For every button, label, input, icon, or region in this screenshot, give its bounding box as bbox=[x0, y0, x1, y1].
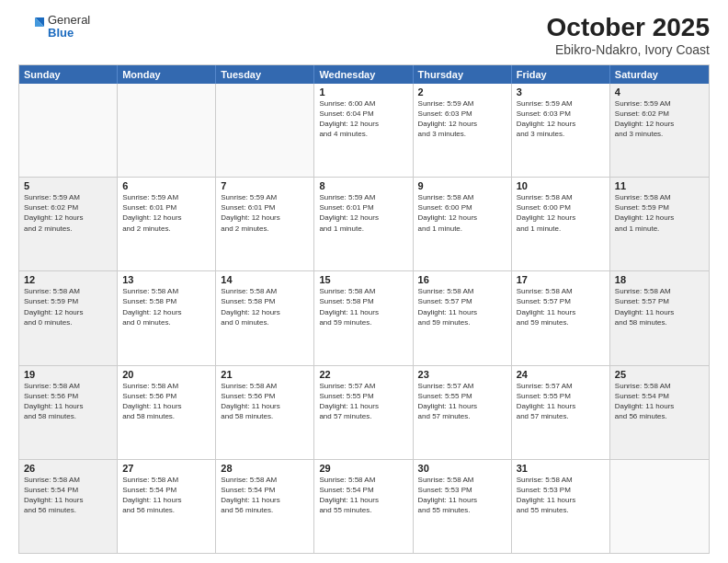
calendar-cell: 12Sunrise: 5:58 AM Sunset: 5:59 PM Dayli… bbox=[19, 271, 118, 364]
cell-info: Sunrise: 5:58 AM Sunset: 6:00 PM Dayligh… bbox=[517, 192, 605, 234]
logo-icon bbox=[18, 14, 44, 40]
calendar-cell: 29Sunrise: 5:58 AM Sunset: 5:54 PM Dayli… bbox=[314, 460, 413, 553]
logo-blue: Blue bbox=[48, 27, 90, 40]
calendar-cell: 26Sunrise: 5:58 AM Sunset: 5:54 PM Dayli… bbox=[19, 460, 118, 553]
calendar-cell: 24Sunrise: 5:57 AM Sunset: 5:55 PM Dayli… bbox=[512, 366, 610, 459]
day-number: 31 bbox=[517, 463, 605, 474]
cell-info: Sunrise: 5:58 AM Sunset: 5:54 PM Dayligh… bbox=[319, 475, 407, 516]
day-number: 13 bbox=[122, 274, 210, 285]
day-number: 12 bbox=[24, 274, 112, 285]
calendar-week-1: 1Sunrise: 6:00 AM Sunset: 6:04 PM Daylig… bbox=[19, 84, 709, 177]
header-day-saturday: Saturday bbox=[610, 65, 709, 84]
calendar-cell: 7Sunrise: 5:59 AM Sunset: 6:01 PM Daylig… bbox=[216, 178, 314, 270]
day-number: 18 bbox=[615, 274, 704, 285]
cell-info: Sunrise: 5:58 AM Sunset: 5:58 PM Dayligh… bbox=[319, 286, 407, 327]
title-block: October 2025 Ebikro-Ndakro, Ivory Coast bbox=[547, 14, 710, 57]
day-number: 9 bbox=[418, 180, 506, 191]
cell-info: Sunrise: 5:59 AM Sunset: 6:02 PM Dayligh… bbox=[615, 98, 704, 140]
logo: General Blue bbox=[18, 14, 90, 40]
calendar-cell: 11Sunrise: 5:58 AM Sunset: 5:59 PM Dayli… bbox=[610, 178, 709, 270]
header-day-tuesday: Tuesday bbox=[216, 65, 314, 84]
day-number: 7 bbox=[221, 180, 309, 191]
logo-text: General Blue bbox=[48, 14, 90, 40]
calendar-cell bbox=[118, 84, 216, 177]
day-number: 27 bbox=[122, 463, 210, 474]
day-number: 10 bbox=[517, 180, 605, 191]
day-number: 3 bbox=[517, 86, 605, 98]
calendar-week-3: 12Sunrise: 5:58 AM Sunset: 5:59 PM Dayli… bbox=[19, 270, 709, 364]
calendar-cell: 19Sunrise: 5:58 AM Sunset: 5:56 PM Dayli… bbox=[19, 366, 118, 459]
calendar-cell: 8Sunrise: 5:59 AM Sunset: 6:01 PM Daylig… bbox=[314, 178, 413, 270]
cell-info: Sunrise: 5:58 AM Sunset: 5:56 PM Dayligh… bbox=[221, 381, 309, 422]
calendar: SundayMondayTuesdayWednesdayThursdayFrid… bbox=[18, 64, 710, 554]
header-day-friday: Friday bbox=[512, 65, 610, 84]
calendar-cell: 1Sunrise: 6:00 AM Sunset: 6:04 PM Daylig… bbox=[314, 84, 413, 177]
header-day-monday: Monday bbox=[118, 65, 216, 84]
cell-info: Sunrise: 5:58 AM Sunset: 5:58 PM Dayligh… bbox=[122, 286, 210, 327]
calendar-cell: 2Sunrise: 5:59 AM Sunset: 6:03 PM Daylig… bbox=[414, 84, 512, 177]
cell-info: Sunrise: 5:58 AM Sunset: 5:57 PM Dayligh… bbox=[418, 286, 506, 327]
calendar-cell: 21Sunrise: 5:58 AM Sunset: 5:56 PM Dayli… bbox=[216, 366, 314, 459]
cell-info: Sunrise: 5:59 AM Sunset: 6:01 PM Dayligh… bbox=[122, 192, 210, 234]
day-number: 11 bbox=[615, 180, 704, 191]
header: General Blue October 2025 Ebikro-Ndakro,… bbox=[18, 14, 710, 57]
day-number: 30 bbox=[418, 463, 506, 474]
cell-info: Sunrise: 5:58 AM Sunset: 5:57 PM Dayligh… bbox=[517, 286, 605, 327]
day-number: 6 bbox=[122, 180, 210, 191]
calendar-cell: 20Sunrise: 5:58 AM Sunset: 5:56 PM Dayli… bbox=[118, 366, 216, 459]
header-day-thursday: Thursday bbox=[414, 65, 512, 84]
day-number: 17 bbox=[517, 274, 605, 285]
cell-info: Sunrise: 5:58 AM Sunset: 6:00 PM Dayligh… bbox=[418, 192, 506, 234]
calendar-cell: 18Sunrise: 5:58 AM Sunset: 5:57 PM Dayli… bbox=[610, 271, 709, 364]
day-number: 1 bbox=[319, 86, 407, 98]
calendar-cell: 16Sunrise: 5:58 AM Sunset: 5:57 PM Dayli… bbox=[414, 271, 512, 364]
day-number: 5 bbox=[24, 180, 112, 191]
day-number: 23 bbox=[418, 369, 506, 380]
cell-info: Sunrise: 5:58 AM Sunset: 5:56 PM Dayligh… bbox=[24, 381, 112, 422]
cell-info: Sunrise: 5:58 AM Sunset: 5:54 PM Dayligh… bbox=[221, 475, 309, 516]
day-number: 16 bbox=[418, 274, 506, 285]
calendar-cell: 4Sunrise: 5:59 AM Sunset: 6:02 PM Daylig… bbox=[610, 84, 709, 177]
calendar-cell: 10Sunrise: 5:58 AM Sunset: 6:00 PM Dayli… bbox=[512, 178, 610, 270]
day-number: 19 bbox=[24, 369, 112, 380]
day-number: 25 bbox=[615, 369, 704, 380]
day-number: 26 bbox=[24, 463, 112, 474]
calendar-week-5: 26Sunrise: 5:58 AM Sunset: 5:54 PM Dayli… bbox=[19, 459, 709, 553]
calendar-subtitle: Ebikro-Ndakro, Ivory Coast bbox=[547, 42, 710, 57]
calendar-cell bbox=[216, 84, 314, 177]
cell-info: Sunrise: 5:59 AM Sunset: 6:01 PM Dayligh… bbox=[319, 192, 407, 234]
cell-info: Sunrise: 5:58 AM Sunset: 5:54 PM Dayligh… bbox=[24, 475, 112, 516]
day-number: 29 bbox=[319, 463, 407, 474]
day-number: 24 bbox=[517, 369, 605, 380]
cell-info: Sunrise: 5:57 AM Sunset: 5:55 PM Dayligh… bbox=[319, 381, 407, 422]
header-day-sunday: Sunday bbox=[19, 65, 118, 84]
calendar-week-2: 5Sunrise: 5:59 AM Sunset: 6:02 PM Daylig… bbox=[19, 177, 709, 270]
calendar-body: 1Sunrise: 6:00 AM Sunset: 6:04 PM Daylig… bbox=[19, 84, 709, 553]
cell-info: Sunrise: 5:59 AM Sunset: 6:02 PM Dayligh… bbox=[24, 192, 112, 234]
day-number: 20 bbox=[122, 369, 210, 380]
day-number: 28 bbox=[221, 463, 309, 474]
calendar-cell: 15Sunrise: 5:58 AM Sunset: 5:58 PM Dayli… bbox=[314, 271, 413, 364]
calendar-cell: 25Sunrise: 5:58 AM Sunset: 5:54 PM Dayli… bbox=[610, 366, 709, 459]
day-number: 8 bbox=[319, 180, 407, 191]
cell-info: Sunrise: 5:58 AM Sunset: 5:57 PM Dayligh… bbox=[615, 286, 704, 327]
calendar-week-4: 19Sunrise: 5:58 AM Sunset: 5:56 PM Dayli… bbox=[19, 365, 709, 459]
calendar-cell: 5Sunrise: 5:59 AM Sunset: 6:02 PM Daylig… bbox=[19, 178, 118, 270]
cell-info: Sunrise: 5:59 AM Sunset: 6:03 PM Dayligh… bbox=[517, 98, 605, 140]
cell-info: Sunrise: 5:58 AM Sunset: 5:54 PM Dayligh… bbox=[122, 475, 210, 516]
calendar-cell: 31Sunrise: 5:58 AM Sunset: 5:53 PM Dayli… bbox=[512, 460, 610, 553]
cell-info: Sunrise: 5:58 AM Sunset: 5:59 PM Dayligh… bbox=[24, 286, 112, 327]
day-number: 14 bbox=[221, 274, 309, 285]
day-number: 15 bbox=[319, 274, 407, 285]
cell-info: Sunrise: 5:59 AM Sunset: 6:01 PM Dayligh… bbox=[221, 192, 309, 234]
day-number: 2 bbox=[418, 86, 506, 98]
day-number: 4 bbox=[615, 86, 704, 98]
cell-info: Sunrise: 6:00 AM Sunset: 6:04 PM Dayligh… bbox=[319, 98, 407, 140]
calendar-cell: 27Sunrise: 5:58 AM Sunset: 5:54 PM Dayli… bbox=[118, 460, 216, 553]
cell-info: Sunrise: 5:58 AM Sunset: 5:59 PM Dayligh… bbox=[615, 192, 704, 234]
calendar-cell: 22Sunrise: 5:57 AM Sunset: 5:55 PM Dayli… bbox=[314, 366, 413, 459]
cell-info: Sunrise: 5:57 AM Sunset: 5:55 PM Dayligh… bbox=[418, 381, 506, 422]
calendar-cell: 28Sunrise: 5:58 AM Sunset: 5:54 PM Dayli… bbox=[216, 460, 314, 553]
header-day-wednesday: Wednesday bbox=[314, 65, 413, 84]
calendar-cell: 14Sunrise: 5:58 AM Sunset: 5:58 PM Dayli… bbox=[216, 271, 314, 364]
